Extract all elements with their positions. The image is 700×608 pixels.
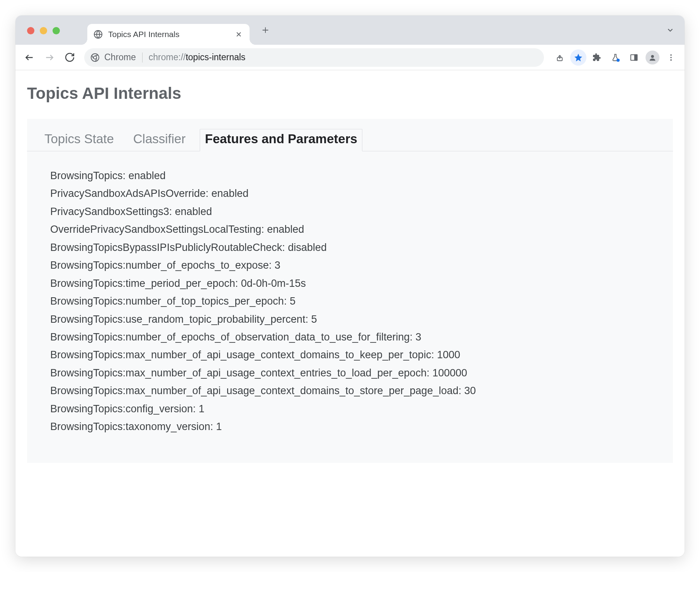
labs-button[interactable] <box>607 49 624 66</box>
window-close-button[interactable] <box>27 27 34 34</box>
titlebar: Topics API Internals <box>15 15 685 45</box>
feature-line: OverridePrivacySandboxSettingsLocalTesti… <box>50 220 650 238</box>
toolbar-actions <box>552 49 679 66</box>
tab-classifier[interactable]: Classifier <box>128 129 191 151</box>
svg-point-8 <box>670 57 672 58</box>
toolbar: Chrome chrome://topics-internals <box>15 45 685 70</box>
url-prefix: Chrome <box>104 52 136 63</box>
feature-line: PrivacySandboxAdsAPIsOverride: enabled <box>50 185 650 202</box>
window-controls <box>27 27 60 34</box>
feature-line: BrowsingTopics:max_number_of_api_usage_c… <box>50 364 650 382</box>
side-panel-button[interactable] <box>626 49 642 66</box>
svg-point-7 <box>670 54 672 56</box>
share-button[interactable] <box>552 49 568 66</box>
feature-line: BrowsingTopics:config_version: 1 <box>50 400 650 418</box>
feature-line: BrowsingTopics:use_random_topic_probabil… <box>50 310 650 328</box>
browser-tab[interactable]: Topics API Internals <box>87 24 250 45</box>
svg-rect-5 <box>635 54 637 60</box>
svg-point-9 <box>670 59 672 61</box>
reload-button[interactable] <box>61 49 78 66</box>
tab-dropdown-button[interactable] <box>663 23 678 37</box>
page-content: Topics API Internals Topics State Classi… <box>15 70 685 557</box>
feature-line: BrowsingTopics:taxonomy_version: 1 <box>50 418 650 435</box>
profile-button[interactable] <box>644 49 661 66</box>
avatar-icon <box>646 51 659 64</box>
chrome-icon <box>90 53 100 62</box>
browser-window: Topics API Internals Chrome <box>15 15 685 557</box>
forward-button[interactable] <box>41 49 58 66</box>
tab-title: Topics API Internals <box>108 30 229 39</box>
panel: Topics State Classifier Features and Par… <box>27 119 673 463</box>
labs-indicator-dot <box>617 59 620 62</box>
page-title: Topics API Internals <box>27 84 673 103</box>
feature-line: BrowsingTopicsBypassIPIsPubliclyRoutable… <box>50 239 650 256</box>
menu-button[interactable] <box>663 49 679 66</box>
tabs-row: Topics State Classifier Features and Par… <box>27 119 673 151</box>
feature-line: BrowsingTopics:max_number_of_api_usage_c… <box>50 382 650 400</box>
feature-line: BrowsingTopics: enabled <box>50 167 650 185</box>
tab-topics-state[interactable]: Topics State <box>39 129 119 151</box>
feature-line: BrowsingTopics:number_of_epochs_of_obser… <box>50 328 650 346</box>
svg-point-6 <box>651 55 654 58</box>
extensions-button[interactable] <box>589 49 605 66</box>
feature-line: BrowsingTopics:time_period_per_epoch: 0d… <box>50 274 650 292</box>
window-maximize-button[interactable] <box>53 27 60 34</box>
url-text: chrome://topics-internals <box>149 52 246 63</box>
bookmark-button[interactable] <box>570 49 586 66</box>
globe-icon <box>93 30 103 39</box>
window-minimize-button[interactable] <box>40 27 47 34</box>
back-button[interactable] <box>21 49 38 66</box>
tab-close-button[interactable] <box>234 30 243 39</box>
feature-line: PrivacySandboxSettings3: enabled <box>50 203 650 220</box>
tab-features-and-parameters[interactable]: Features and Parameters <box>200 129 362 151</box>
new-tab-button[interactable] <box>259 24 272 37</box>
feature-line: BrowsingTopics:number_of_epochs_to_expos… <box>50 256 650 274</box>
address-bar[interactable]: Chrome chrome://topics-internals <box>84 48 544 67</box>
feature-line: BrowsingTopics:number_of_top_topics_per_… <box>50 292 650 310</box>
feature-line: BrowsingTopics:max_number_of_api_usage_c… <box>50 346 650 364</box>
url-separator <box>142 53 143 63</box>
features-list: BrowsingTopics: enabled PrivacySandboxAd… <box>27 151 673 463</box>
